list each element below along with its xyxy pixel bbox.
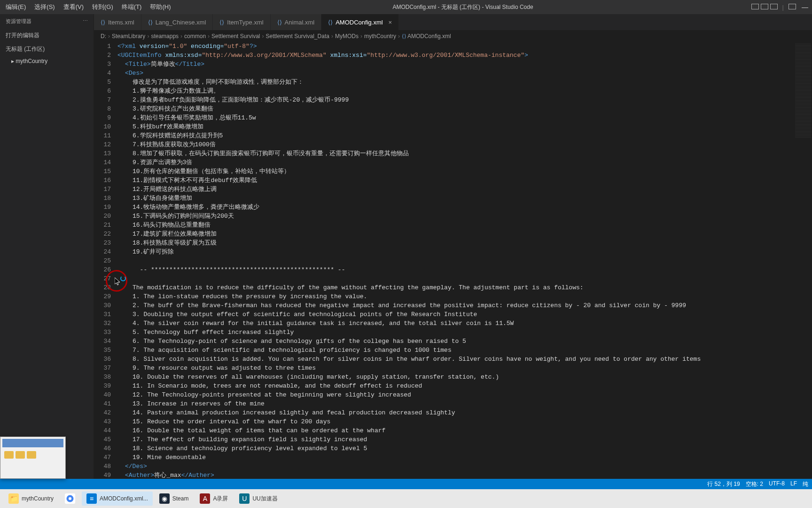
code-line[interactable]: 12.开局赠送的科技点略微上调 bbox=[117, 185, 812, 194]
menu-help[interactable]: 帮助(H) bbox=[146, 1, 174, 13]
line-number: 48 bbox=[94, 462, 111, 471]
taskbar-preview-thumbnail[interactable] bbox=[0, 437, 66, 479]
code-line[interactable]: The modification is to reduce the diffic… bbox=[117, 283, 812, 292]
code-line[interactable]: -- *************************************… bbox=[117, 265, 812, 274]
xml-file-icon: ⟨⟩ bbox=[402, 33, 406, 40]
code-line[interactable]: 11. In Scenario mode, trees are not rene… bbox=[117, 381, 812, 390]
line-number: 32 bbox=[94, 319, 111, 328]
code-line[interactable]: <Title>简单修改</Title> bbox=[117, 60, 812, 69]
code-line[interactable]: 2. The buff of the Brave-fisherman has r… bbox=[117, 301, 812, 310]
breadcrumb-segment[interactable]: ⟨⟩AMODConfig.xml bbox=[402, 33, 451, 40]
code-line[interactable]: 18.科技熟练度等级扩展为五级 bbox=[117, 238, 812, 247]
code-line[interactable]: 12. The Technology-points presented at t… bbox=[117, 390, 812, 399]
status-line-col[interactable]: 行 52，列 19 bbox=[707, 480, 740, 488]
minimize-button[interactable]: — bbox=[801, 3, 809, 11]
code-line[interactable]: <Auther>将心_max</Auther> bbox=[117, 471, 812, 479]
code-lines[interactable]: <?xml version="1.0" encoding="utf-8"?><U… bbox=[117, 42, 812, 479]
breadcrumb-segment[interactable]: Settlement Survival bbox=[211, 33, 260, 40]
taskbar-steam[interactable]: ◉ Steam bbox=[155, 492, 194, 506]
close-icon[interactable]: × bbox=[389, 19, 392, 26]
code-line[interactable]: 9.资源产出调整为3倍 bbox=[117, 158, 812, 167]
status-spaces[interactable]: 空格: 2 bbox=[746, 480, 763, 488]
code-line[interactable]: 15. Reduce the order interval of the wha… bbox=[117, 417, 812, 426]
code-line[interactable]: 19.矿井可拆除 bbox=[117, 247, 812, 256]
code-line[interactable]: <Des> bbox=[117, 69, 812, 78]
breadcrumb-segment[interactable]: MyMODs bbox=[335, 33, 359, 40]
menu-view[interactable]: 查看(V) bbox=[60, 1, 87, 13]
code-line[interactable]: 11.剧情模式下树木不可再生debuff效果降低 bbox=[117, 176, 812, 185]
taskbar-record[interactable]: A A录屏 bbox=[195, 492, 233, 506]
code-line[interactable]: 16. Double the total weight of items tha… bbox=[117, 426, 812, 435]
breadcrumb-segment[interactable]: common bbox=[184, 33, 206, 40]
status-language[interactable]: 纯 bbox=[803, 480, 808, 488]
code-line[interactable]: 16.码头订购物品总重量翻倍 bbox=[117, 221, 812, 230]
code-line[interactable]: 6.学院科技赠送的科技点提升到5 bbox=[117, 131, 812, 140]
taskbar-uu[interactable]: U UU加速器 bbox=[234, 492, 282, 506]
code-line[interactable]: 修改是为了降低游戏难度，同时不影响游戏性，调整部分如下： bbox=[117, 78, 812, 87]
code-line[interactable] bbox=[117, 256, 812, 265]
tab-itemtype-xml[interactable]: ⟨⟩ItemType.xml bbox=[213, 14, 270, 30]
code-line[interactable]: 9. The resource output was adjusted to t… bbox=[117, 364, 812, 373]
line-number: 14 bbox=[94, 158, 111, 167]
status-encoding[interactable]: UTF-8 bbox=[769, 480, 785, 488]
status-eol[interactable]: LF bbox=[790, 480, 797, 488]
breadcrumb-segment[interactable]: D: bbox=[101, 33, 106, 40]
breadcrumb-segment[interactable]: Settlement Survival_Data bbox=[265, 33, 329, 40]
code-line[interactable]: 8. Silver coin acquisition is added. You… bbox=[117, 355, 812, 364]
code-line[interactable]: 14.牧场动物产量略微增多，粪便产出略微减少 bbox=[117, 203, 812, 212]
code-line[interactable]: 4. The silver coin reward for the initia… bbox=[117, 319, 812, 328]
menu-go[interactable]: 转到(G) bbox=[88, 1, 117, 13]
code-line[interactable]: 2.摸鱼勇者buff负面影响降低，正面影响增加：减少市民-20，减少银币-999… bbox=[117, 95, 812, 104]
workspace-section[interactable]: 无标题 (工作区) bbox=[0, 42, 94, 56]
menu-terminal[interactable]: 终端(T) bbox=[118, 1, 146, 13]
taskbar-folder[interactable]: 📁 mythCountry bbox=[4, 492, 58, 506]
code-line[interactable]: 5.科技buff效果略微增加 bbox=[117, 122, 812, 131]
tab-lang_chinese-xml[interactable]: ⟨⟩Lang_Chinese.xml bbox=[141, 14, 213, 30]
code-line[interactable]: 7. The acquisition of scientific and tec… bbox=[117, 346, 812, 355]
taskbar-chrome[interactable] bbox=[60, 492, 80, 506]
code-line[interactable]: 1. The lion-statue reduces the pressure … bbox=[117, 292, 812, 301]
folder-mythcountry[interactable]: ▸ mythCountry bbox=[0, 56, 94, 66]
code-line[interactable]: 15.下调码头的订购时间间隔为200天 bbox=[117, 212, 812, 221]
code-line[interactable]: 10. Double the reserves of all warehouse… bbox=[117, 373, 812, 381]
breadcrumb-segment[interactable]: SteamLibrary bbox=[112, 33, 145, 40]
breadcrumb-segment[interactable]: steamapps bbox=[151, 33, 179, 40]
tab-animal-xml[interactable]: ⟨⟩Animal.xml bbox=[271, 14, 322, 30]
code-line[interactable]: 7.科技熟练度获取改为1000倍 bbox=[117, 140, 812, 149]
open-editors-section[interactable]: 打开的编辑器 bbox=[0, 29, 94, 42]
code-line[interactable]: 17.建筑扩展栏位效果略微增加 bbox=[117, 230, 812, 238]
windows-taskbar: 📁 mythCountry ≡ AMODConfig.xml... ◉ Stea… bbox=[0, 489, 812, 508]
code-line[interactable]: 14. Pasture animal production increased … bbox=[117, 408, 812, 417]
line-number: 20 bbox=[94, 212, 111, 221]
code-line[interactable]: <?xml version="1.0" encoding="utf-8"?> bbox=[117, 42, 812, 51]
tab-items-xml[interactable]: ⟨⟩Items.xml bbox=[94, 14, 141, 30]
code-line[interactable]: 3.研究院科技点产出效果翻倍 bbox=[117, 104, 812, 113]
menu-select[interactable]: 选择(S) bbox=[31, 1, 58, 13]
code-line[interactable]: 10.所有仓库的储量翻倍（包括市集，补给站，中转站等） bbox=[117, 167, 812, 176]
menu-bar: 编辑(E) 选择(S) 查看(V) 转到(G) 终端(T) 帮助(H) bbox=[0, 1, 174, 13]
code-line[interactable]: 17. The effect of building expansion fie… bbox=[117, 435, 812, 444]
breadcrumb[interactable]: D:›SteamLibrary›steamapps›common›Settlem… bbox=[94, 31, 812, 42]
minimap[interactable] bbox=[793, 42, 812, 479]
breadcrumb-segment[interactable]: mythCountry bbox=[364, 33, 396, 40]
code-line[interactable]: 18. Science and technology proficiency l… bbox=[117, 444, 812, 453]
code-line[interactable]: 13. Increase in reserves of the mine bbox=[117, 399, 812, 408]
code-line[interactable]: 19. Mine demountable bbox=[117, 453, 812, 462]
code-line[interactable] bbox=[117, 274, 812, 283]
code-line[interactable]: 4.初始引导任务银币奖励增加，总银币11.5w bbox=[117, 113, 812, 122]
code-line[interactable]: 1.狮子雕像减少压力数值上调。 bbox=[117, 87, 812, 95]
code-line[interactable]: 13.矿场自身储量增加 bbox=[117, 194, 812, 203]
code-line[interactable]: 6. The Technology-point of science and t… bbox=[117, 337, 812, 346]
more-icon[interactable]: ⋯ bbox=[83, 18, 88, 25]
code-editor[interactable]: 1234567891011121314151617181920212223242… bbox=[94, 42, 812, 479]
code-line[interactable]: 3. Doubling the output effect of scienti… bbox=[117, 310, 812, 319]
code-line[interactable]: 5. Technology buff effect increased slig… bbox=[117, 328, 812, 337]
layout-controls[interactable]: | bbox=[751, 4, 796, 11]
taskbar-vscode[interactable]: ≡ AMODConfig.xml... bbox=[82, 492, 153, 506]
tab-amodconfig-xml[interactable]: ⟨⟩AMODConfig.xml× bbox=[321, 14, 399, 30]
menu-edit[interactable]: 编辑(E) bbox=[2, 1, 30, 13]
line-number: 7 bbox=[94, 95, 111, 104]
code-line[interactable]: 8.增加了银币获取，在码头订购里面搜索银币订购即可，银币没有重量，还需要订购一样… bbox=[117, 149, 812, 158]
code-line[interactable]: </Des> bbox=[117, 462, 812, 471]
code-line[interactable]: <UGCItemInfo xmlns:xsd="http://www.w3.or… bbox=[117, 51, 812, 60]
